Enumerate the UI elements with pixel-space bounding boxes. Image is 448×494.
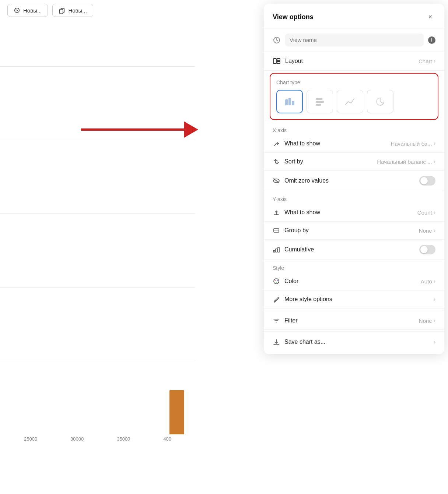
svg-rect-21	[273, 250, 275, 252]
hbar-chart-icon	[314, 96, 325, 107]
x-label-3: 35000	[117, 436, 130, 442]
more-style-options-row[interactable]: More style options ›	[264, 290, 444, 308]
divider-2	[264, 331, 444, 332]
style-section-label: Style	[264, 260, 444, 272]
chart-bar	[169, 390, 184, 434]
svg-rect-11	[316, 101, 324, 103]
sort-by-icon	[273, 158, 280, 165]
what-to-show-x-icon	[273, 140, 280, 147]
svg-point-24	[274, 279, 279, 284]
svg-rect-4	[273, 59, 276, 64]
y-what-to-show-chevron: ›	[434, 209, 435, 216]
svg-rect-23	[278, 247, 279, 252]
y-cumulative-label: Cumulative	[284, 246, 314, 253]
y-what-to-show-value: Count	[417, 209, 432, 216]
y-what-to-show-label: What to show	[284, 209, 320, 216]
chart-type-pie[interactable]	[367, 90, 393, 113]
top-buttons-container: Новы... Новы...	[7, 4, 93, 17]
new-button-1[interactable]: Новы...	[7, 4, 48, 17]
what-to-show-y-icon	[273, 209, 280, 216]
grid-line	[0, 140, 195, 140]
new-button-2-label: Новы...	[68, 7, 87, 14]
x-what-to-show-value: Начальный ба...	[391, 141, 432, 147]
style-color-value: Auto	[421, 278, 432, 285]
filter-label: Filter	[284, 317, 298, 324]
x-sort-by-row[interactable]: Sort by Начальный баланс ... ›	[264, 153, 444, 171]
y-group-by-value: None	[419, 227, 432, 234]
grid-line	[0, 287, 195, 287]
svg-point-27	[276, 282, 277, 283]
style-color-label: Color	[284, 278, 298, 285]
y-cumulative-toggle[interactable]	[419, 245, 435, 254]
y-group-by-chevron: ›	[434, 227, 435, 234]
grid-line	[0, 214, 195, 214]
arrow-head	[184, 121, 198, 138]
pie-chart-icon	[375, 96, 386, 107]
filter-row[interactable]: Filter None ›	[264, 312, 444, 330]
group-by-icon	[273, 227, 280, 234]
chart-type-hbar[interactable]	[307, 90, 333, 113]
save-chart-label: Save chart as...	[284, 339, 325, 345]
x-what-to-show-row[interactable]: What to show Начальный ба... ›	[264, 135, 444, 153]
layout-label: Layout	[285, 58, 303, 64]
copy-icon	[59, 7, 65, 14]
chart-type-buttons	[276, 90, 432, 113]
panel-header: View options ×	[264, 4, 444, 28]
layout-value: Chart	[419, 58, 432, 64]
x-sort-by-label: Sort by	[284, 158, 303, 165]
clock-icon	[273, 36, 281, 44]
x-sort-by-chevron: ›	[434, 158, 435, 165]
svg-rect-6	[277, 61, 280, 64]
svg-line-16	[380, 102, 384, 103]
chart-type-bar[interactable]	[276, 90, 303, 113]
x-sort-by-value: Начальный баланс ...	[377, 159, 432, 165]
x-axis-section-label: X axis	[264, 122, 444, 135]
svg-rect-7	[285, 99, 288, 105]
y-axis-section-label: Y axis	[264, 191, 444, 204]
omit-zero-icon	[273, 177, 280, 184]
y-cumulative-row[interactable]: Cumulative	[264, 240, 444, 260]
view-options-panel: View options × i Layout Chart › Chart ty…	[264, 4, 444, 354]
svg-rect-5	[277, 59, 280, 61]
close-button[interactable]: ×	[425, 12, 435, 22]
svg-rect-2	[60, 9, 63, 14]
filter-value: None	[419, 318, 432, 324]
svg-point-25	[275, 280, 276, 281]
line-chart-icon	[344, 96, 356, 107]
svg-rect-8	[288, 98, 291, 105]
filter-chevron: ›	[434, 317, 435, 324]
y-what-to-show-row[interactable]: What to show Count ›	[264, 204, 444, 222]
x-what-to-show-label: What to show	[284, 140, 320, 147]
layout-icon	[273, 57, 281, 65]
chart-area: 25000 30000 35000 400	[0, 29, 195, 464]
chart-type-line[interactable]	[337, 90, 363, 113]
save-chart-chevron: ›	[434, 339, 435, 345]
arrow-line	[81, 128, 184, 131]
style-color-row[interactable]: Color Auto ›	[264, 272, 444, 290]
more-style-chevron: ›	[434, 296, 435, 303]
x-omit-zero-toggle[interactable]	[419, 176, 435, 186]
divider	[264, 310, 444, 310]
x-omit-zero-label: Omit zero values	[284, 177, 329, 184]
more-style-options-label: More style options	[284, 296, 332, 303]
cumulative-icon	[273, 246, 280, 253]
save-chart-row[interactable]: Save chart as... ›	[264, 333, 444, 351]
view-name-row: i	[264, 28, 444, 52]
x-label-4: 400	[163, 436, 171, 442]
filter-icon	[273, 317, 280, 324]
x-omit-zero-row[interactable]: Omit zero values	[264, 171, 444, 191]
grid-line	[0, 361, 195, 361]
svg-rect-12	[316, 104, 321, 106]
view-name-input[interactable]	[285, 33, 424, 46]
download-icon	[273, 338, 280, 346]
new-button-1-label: Новы...	[23, 7, 42, 14]
panel-title: View options	[273, 13, 314, 21]
bar-chart-icon	[284, 96, 295, 107]
new-button-2[interactable]: Новы...	[52, 4, 93, 17]
info-icon: i	[428, 36, 435, 44]
chart-type-label: Chart type	[276, 80, 432, 85]
y-group-by-row[interactable]: Group by None ›	[264, 222, 444, 240]
svg-rect-10	[316, 98, 322, 100]
layout-row[interactable]: Layout Chart ›	[264, 52, 444, 71]
x-label-1: 25000	[24, 436, 37, 442]
